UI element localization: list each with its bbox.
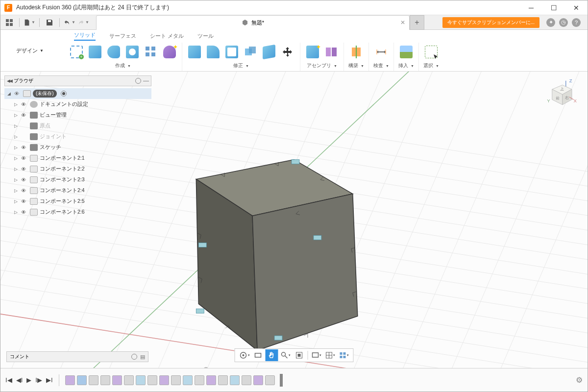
tree-item[interactable]: ▷👁コンポーネント2:6 bbox=[4, 207, 151, 218]
tab-sheetmetal[interactable]: シート メタル bbox=[150, 32, 184, 40]
browser-header[interactable]: ◀◀ ブラウザ — bbox=[4, 75, 151, 86]
browser-options-icon[interactable] bbox=[135, 78, 141, 84]
timeline-feature[interactable] bbox=[147, 375, 157, 385]
insert-group-label[interactable]: 挿入 ▼ bbox=[398, 62, 414, 69]
job-status-icon[interactable]: ◷ bbox=[559, 18, 568, 27]
comment-options-icon[interactable] bbox=[131, 354, 137, 360]
view-cube[interactable]: Z 上 前 右 X Y bbox=[544, 76, 579, 111]
select-group-label[interactable]: 選択 ▼ bbox=[423, 62, 439, 69]
move-button[interactable] bbox=[279, 43, 296, 61]
extrude-button[interactable] bbox=[87, 43, 103, 61]
tab-solid[interactable]: ソリッド bbox=[74, 31, 96, 41]
collapse-icon[interactable]: ◀◀ bbox=[7, 78, 12, 83]
create-group-label[interactable]: 作成 ▼ bbox=[115, 62, 131, 69]
pan-button[interactable] bbox=[266, 349, 278, 361]
shell-button[interactable] bbox=[223, 43, 240, 61]
pattern-button[interactable] bbox=[143, 43, 159, 61]
assembly-group-label[interactable]: アセンブリ ▼ bbox=[307, 62, 337, 69]
timeline-settings-icon[interactable]: ⚙ bbox=[576, 375, 583, 385]
workspace-switcher[interactable]: デザイン ▼ bbox=[0, 30, 59, 71]
lookat-button[interactable] bbox=[252, 349, 265, 361]
file-menu-button[interactable]: ▼ bbox=[24, 17, 35, 28]
new-tab-button[interactable]: + bbox=[410, 15, 424, 30]
tree-item[interactable]: ▷原点 bbox=[4, 121, 151, 131]
tree-item[interactable]: ▷ジョイント bbox=[4, 131, 151, 142]
zoom-button[interactable]: ▾ bbox=[279, 349, 292, 361]
inspect-group-label[interactable]: 検査 ▼ bbox=[373, 62, 389, 69]
tab-surface[interactable]: サーフェス bbox=[109, 32, 136, 40]
timeline-end-button[interactable]: ▶I bbox=[46, 376, 53, 384]
tree-item[interactable]: ▷👁コンポーネント2:2 bbox=[4, 164, 151, 174]
fit-button[interactable] bbox=[293, 349, 306, 361]
save-button[interactable] bbox=[44, 17, 55, 28]
close-tab-button[interactable]: ✕ bbox=[400, 19, 405, 26]
insert-button[interactable] bbox=[398, 43, 415, 61]
undo-button[interactable]: ▼ bbox=[64, 17, 75, 28]
timeline-play-button[interactable]: ▶ bbox=[26, 376, 31, 384]
new-component-button[interactable]: ✦ bbox=[304, 43, 321, 61]
timeline-feature[interactable] bbox=[230, 375, 240, 385]
redo-button[interactable]: ▼ bbox=[77, 17, 89, 28]
tree-item[interactable]: ▷👁コンポーネント2:3 bbox=[4, 174, 151, 185]
tree-root[interactable]: ◢👁 (未保存) bbox=[4, 88, 151, 99]
create-form-button[interactable]: ✦ bbox=[161, 43, 178, 61]
timeline-start-button[interactable]: I◀ bbox=[5, 376, 12, 384]
3d-viewport[interactable]: ◀◀ ブラウザ — ◢👁 (未保存) ▷👁ドキュメントの設定▷👁ビュー管理▷原点… bbox=[0, 72, 588, 368]
browser-close-icon[interactable]: — bbox=[143, 77, 149, 84]
maximize-button[interactable]: ☐ bbox=[542, 0, 565, 15]
tab-tools[interactable]: ツール bbox=[197, 32, 214, 40]
timeline-feature[interactable] bbox=[183, 375, 193, 385]
timeline-feature[interactable] bbox=[112, 375, 122, 385]
timeline-feature[interactable] bbox=[124, 375, 134, 385]
hole-button[interactable] bbox=[124, 43, 141, 61]
minimize-button[interactable]: ─ bbox=[520, 0, 542, 15]
timeline-feature[interactable] bbox=[242, 375, 251, 385]
timeline-feature[interactable] bbox=[171, 375, 181, 385]
viewport-button[interactable]: ▾ bbox=[338, 349, 350, 361]
revolve-button[interactable] bbox=[105, 43, 122, 61]
tree-item[interactable]: ▷👁コンポーネント2:1 bbox=[4, 153, 151, 164]
presspull-button[interactable] bbox=[186, 43, 203, 61]
select-button[interactable] bbox=[423, 43, 440, 61]
timeline-feature[interactable] bbox=[265, 375, 275, 385]
timeline-back-button[interactable]: ◀I bbox=[16, 376, 23, 384]
timeline-feature[interactable] bbox=[65, 375, 75, 385]
timeline-fwd-button[interactable]: I▶ bbox=[35, 376, 42, 384]
tree-item[interactable]: ▷👁コンポーネント2:5 bbox=[4, 196, 151, 207]
timeline-feature[interactable] bbox=[100, 375, 110, 385]
document-tab[interactable]: 無題* ✕ bbox=[96, 15, 410, 30]
subscription-button[interactable]: 今すぐサブスクリプションメンバーに... bbox=[442, 17, 539, 28]
comments-panel[interactable]: コメント ▤ bbox=[6, 351, 148, 362]
comment-expand-icon[interactable]: ▤ bbox=[140, 354, 145, 360]
timeline-feature[interactable] bbox=[77, 375, 87, 385]
display-button[interactable]: ▾ bbox=[310, 349, 323, 361]
orbit-button[interactable]: ▾ bbox=[238, 349, 251, 361]
sketch-button[interactable]: + bbox=[68, 43, 85, 61]
help-icon[interactable]: ? bbox=[572, 18, 581, 27]
inspect-button[interactable] bbox=[373, 43, 390, 61]
activate-radio[interactable] bbox=[61, 91, 67, 97]
timeline-feature[interactable] bbox=[218, 375, 228, 385]
align-button[interactable] bbox=[261, 43, 277, 61]
modify-group-label[interactable]: 修正 ▼ bbox=[233, 62, 249, 69]
timeline-feature[interactable] bbox=[253, 375, 263, 385]
tree-item[interactable]: ▷👁スケッチ bbox=[4, 142, 151, 153]
construct-group-label[interactable]: 構築 ▼ bbox=[348, 62, 364, 69]
timeline-feature[interactable] bbox=[159, 375, 169, 385]
timeline-feature[interactable] bbox=[195, 375, 204, 385]
timeline-feature[interactable] bbox=[206, 375, 216, 385]
timeline-handle[interactable] bbox=[280, 374, 283, 387]
close-button[interactable]: ✕ bbox=[565, 0, 588, 15]
construct-button[interactable] bbox=[348, 43, 365, 61]
fillet-button[interactable] bbox=[205, 43, 221, 61]
data-panel-button[interactable] bbox=[3, 17, 15, 28]
extensions-icon[interactable]: ✦ bbox=[546, 18, 555, 27]
tree-item[interactable]: ▷👁ドキュメントの設定 bbox=[4, 99, 151, 110]
tree-item[interactable]: ▷👁ビュー管理 bbox=[4, 110, 151, 121]
timeline-feature[interactable] bbox=[136, 375, 146, 385]
grid-button[interactable]: ▾ bbox=[324, 349, 337, 361]
joint-button[interactable] bbox=[323, 43, 340, 61]
combine-button[interactable] bbox=[242, 43, 259, 61]
tree-item[interactable]: ▷👁コンポーネント2:4 bbox=[4, 185, 151, 196]
timeline-feature[interactable] bbox=[89, 375, 98, 385]
